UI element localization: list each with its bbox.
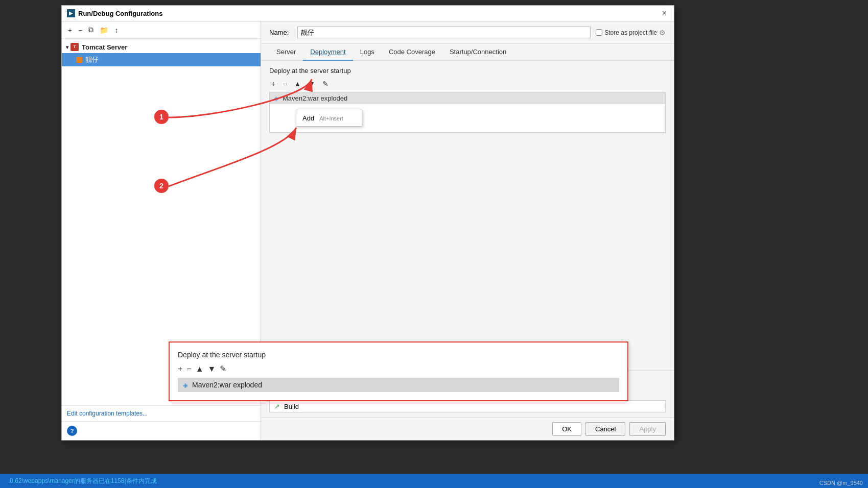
tab-deployment-label: Deployment [310, 48, 345, 56]
tabs-bar: Server Deployment Logs Code Coverage Sta… [261, 44, 674, 61]
cancel-button[interactable]: Cancel [585, 422, 625, 436]
tab-content: Deploy at the server startup + − ▲ ▼ ✎ ◈… [261, 61, 674, 371]
launch-list-item[interactable]: ↗ Build [269, 400, 666, 412]
help-area: ? [62, 421, 261, 440]
add-tooltip: Add Alt+Insert [296, 110, 362, 127]
deploy-add-button[interactable]: + [269, 79, 277, 89]
dialog-icon: ▶ [67, 9, 75, 17]
zoom-box-toolbar: + − ▲ ▼ ✎ [178, 364, 619, 374]
child-item-label: 靓仔 [85, 55, 99, 64]
add-shortcut: Alt+Insert [319, 115, 343, 121]
zoom-box: Deploy at the server startup + − ▲ ▼ ✎ ◈… [169, 341, 628, 401]
deploy-toolbar: + − ▲ ▼ ✎ [269, 79, 666, 89]
title-left: ▶ Run/Debug Configurations [67, 9, 162, 17]
annotation-2: 2 [154, 179, 169, 193]
folder-config-button[interactable]: 📁 [98, 25, 110, 35]
deploy-up-button[interactable]: ▲ [292, 79, 303, 89]
child-icon [76, 57, 82, 63]
add-config-button[interactable]: + [66, 25, 74, 35]
zoom-box-title: Deploy at the server startup [178, 351, 619, 359]
build-label: Build [284, 403, 299, 410]
zoom-up-button[interactable]: ▲ [196, 364, 204, 374]
deploy-edit-button[interactable]: ✎ [320, 79, 331, 89]
deploy-list-item[interactable]: ◈ Maven2:war exploded [270, 92, 665, 104]
tab-server-label: Server [276, 48, 296, 56]
store-project-checkbox[interactable] [596, 29, 602, 36]
build-icon: ↗ [274, 402, 280, 410]
zoom-minus-button[interactable]: − [186, 364, 191, 374]
tree-expand-arrow: ▾ [66, 44, 68, 50]
deploy-down-button[interactable]: ▼ [306, 79, 317, 89]
dialog-footer: OK Cancel Apply [261, 418, 674, 440]
tab-startup-label: Startup/Connection [450, 48, 506, 56]
zoom-down-button[interactable]: ▼ [208, 364, 216, 374]
deploy-section-title: Deploy at the server startup [269, 67, 666, 75]
status-bar: .0.62\webapps\manager的服务器已在1158|条件内完成 [0, 474, 868, 488]
zoom-add-button[interactable]: + [178, 364, 182, 374]
tab-logs[interactable]: Logs [353, 44, 382, 61]
tab-code-coverage[interactable]: Code Coverage [382, 44, 442, 61]
gear-icon[interactable]: ⚙ [659, 29, 666, 37]
zoom-edit-button[interactable]: ✎ [220, 364, 226, 374]
deploy-remove-button[interactable]: − [280, 79, 289, 89]
tab-logs-label: Logs [360, 48, 374, 56]
dialog-title: Run/Debug Configurations [78, 10, 162, 17]
tomcat-server-label: Tomcat Server [82, 43, 127, 51]
dialog-titlebar: ▶ Run/Debug Configurations × [62, 6, 674, 21]
tab-server[interactable]: Server [269, 44, 303, 61]
zoom-box-list-item[interactable]: ◈ Maven2:war exploded [178, 378, 619, 392]
help-button[interactable]: ? [67, 426, 77, 436]
zoom-item-icon: ◈ [183, 381, 188, 389]
tomcat-icon: T [71, 43, 79, 51]
annotation-1: 1 [154, 110, 169, 124]
deploy-item-icon: ◈ [274, 95, 278, 102]
remove-config-button[interactable]: − [76, 25, 84, 35]
ok-button[interactable]: OK [552, 422, 581, 436]
tab-code-coverage-label: Code Coverage [389, 48, 435, 56]
store-project-area: Store as project file ⚙ [596, 29, 666, 37]
deploy-item-label: Maven2:war exploded [283, 94, 347, 102]
close-button[interactable]: × [660, 9, 669, 18]
copy-config-button[interactable]: ⧉ [86, 25, 96, 35]
name-row: Name: Store as project file ⚙ [261, 21, 674, 44]
add-tooltip-item[interactable]: Add Alt+Insert [296, 112, 362, 124]
tree-tomcat-server[interactable]: ▾ T Tomcat Server [62, 41, 261, 53]
zoom-item-label: Maven2:war exploded [192, 381, 262, 389]
status-text: .0.62\webapps\manager的服务器已在1158|条件内完成 [8, 477, 860, 485]
name-input[interactable] [297, 27, 591, 38]
sort-config-button[interactable]: ↕ [112, 25, 120, 35]
name-label: Name: [269, 29, 292, 36]
tree-child-item[interactable]: 靓仔 [62, 53, 261, 66]
edit-config-templates-link[interactable]: Edit configuration templates... [62, 405, 261, 421]
tab-deployment[interactable]: Deployment [303, 44, 353, 61]
csdn-badge: CSDN @m_9540 [819, 480, 863, 486]
add-label: Add [302, 114, 314, 122]
apply-button[interactable]: Apply [629, 422, 666, 436]
store-project-label: Store as project file [604, 29, 657, 36]
tab-startup-connection[interactable]: Startup/Connection [442, 44, 513, 61]
left-toolbar: + − ⧉ 📁 ↕ [62, 21, 261, 39]
